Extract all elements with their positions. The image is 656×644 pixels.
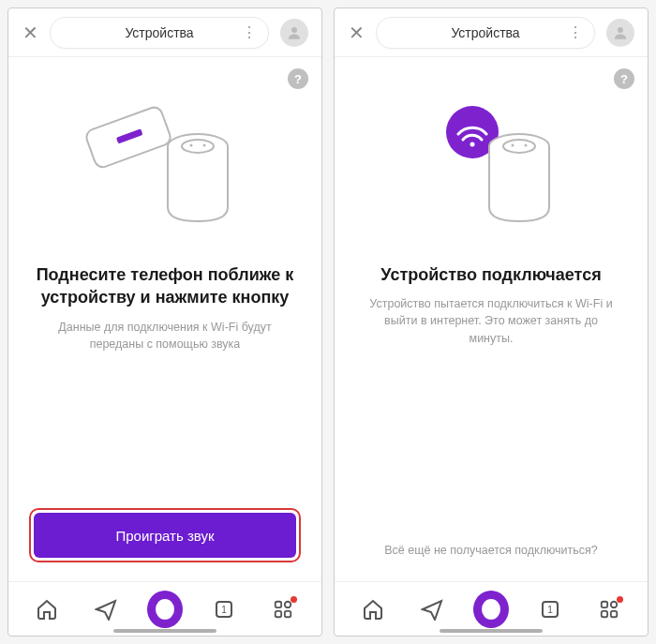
nav-tabs-icon[interactable]: 1 [532, 592, 568, 627]
screen-play-sound: ✕ Устройства ⋮ ? Под [7, 7, 322, 637]
svg-point-5 [190, 144, 193, 147]
nav-badge-icon [617, 596, 623, 603]
nav-home-icon[interactable] [29, 592, 65, 627]
svg-rect-25 [610, 610, 616, 616]
avatar[interactable] [280, 19, 308, 47]
heading: Устройство подключается [375, 263, 606, 286]
nav-home-icon[interactable] [355, 592, 391, 627]
svg-point-6 [203, 144, 206, 147]
close-button[interactable]: ✕ [348, 22, 365, 44]
cta-highlight: Проиграть звук [29, 508, 301, 562]
nav-tabs-icon[interactable]: 1 [206, 592, 242, 627]
play-sound-button[interactable]: Проиграть звук [34, 513, 296, 558]
svg-rect-12 [284, 610, 290, 616]
nav-menu-icon[interactable] [591, 592, 627, 627]
nav-menu-icon[interactable] [265, 592, 301, 627]
bottom-nav: 1 [8, 581, 321, 636]
subtext: Данные для подключения к Wi-Fi будут пер… [29, 319, 301, 352]
more-icon[interactable]: ⋮ [242, 23, 257, 41]
help-icon[interactable]: ? [288, 68, 308, 89]
nav-alice-icon[interactable] [147, 592, 183, 627]
title-pill[interactable]: Устройства ⋮ [50, 17, 269, 49]
svg-rect-9 [275, 601, 280, 607]
svg-text:1: 1 [547, 605, 553, 615]
heading: Поднесите телефон поближе к устройству и… [29, 263, 301, 309]
svg-rect-24 [601, 610, 606, 616]
illustration-phone-speaker [71, 95, 259, 245]
close-button[interactable]: ✕ [22, 22, 38, 44]
page-title: Устройства [125, 25, 193, 40]
troubleshoot-link[interactable]: Всё ещё не получается подключиться? [384, 544, 598, 557]
svg-point-0 [291, 27, 297, 33]
bottom-nav: 1 [335, 581, 648, 636]
nav-send-icon[interactable] [88, 592, 124, 627]
home-indicator [440, 629, 543, 633]
content-area: ? Поднесите телефон поближе к устройству… [8, 57, 321, 581]
content-area: ? Устройство подключается Устройство пыт… [335, 57, 648, 581]
svg-point-18 [512, 144, 514, 147]
svg-point-15 [470, 142, 475, 147]
svg-point-19 [525, 144, 528, 147]
svg-point-10 [284, 601, 290, 607]
top-bar: ✕ Устройства ⋮ [335, 8, 648, 57]
help-icon[interactable]: ? [614, 68, 634, 89]
home-indicator [113, 629, 216, 633]
illustration-wifi-speaker [397, 95, 585, 245]
svg-rect-22 [601, 601, 606, 607]
avatar[interactable] [606, 19, 634, 47]
svg-point-13 [618, 27, 623, 33]
nav-send-icon[interactable] [414, 592, 450, 627]
page-title: Устройства [451, 25, 519, 40]
title-pill[interactable]: Устройства ⋮ [376, 17, 595, 49]
more-icon[interactable]: ⋮ [568, 23, 583, 41]
top-bar: ✕ Устройства ⋮ [8, 8, 321, 57]
svg-text:1: 1 [221, 605, 227, 615]
nav-badge-icon [291, 596, 297, 603]
svg-rect-11 [275, 610, 280, 616]
screen-connecting: ✕ Устройства ⋮ ? Устройс [334, 7, 649, 637]
nav-alice-icon[interactable] [473, 592, 509, 627]
svg-point-23 [610, 601, 616, 607]
subtext: Устройство пытается подключиться к Wi-Fi… [355, 295, 627, 346]
